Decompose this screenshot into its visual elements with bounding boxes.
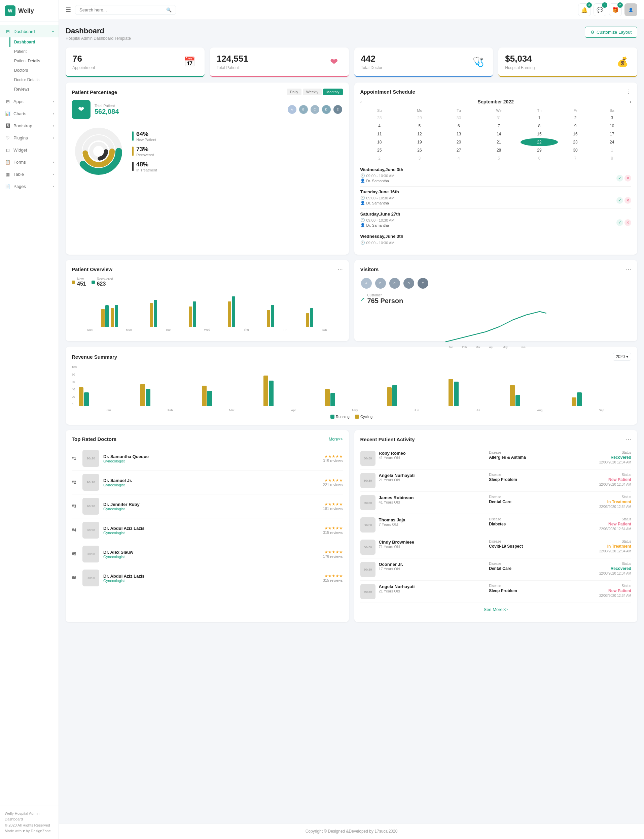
activity-more-icon[interactable]: ⋯ [626,436,631,443]
sidebar-sub-item-patient-details[interactable]: Patient Details [10,56,59,66]
status-val-2: New Patient [599,477,631,482]
appt-reject-3[interactable]: ✕ [624,219,631,226]
tab-monthly[interactable]: Monthly [323,89,343,95]
bar-group-fri [267,293,304,327]
legend-new-pct: 64% [136,131,156,138]
hamburger-menu[interactable]: ☰ [66,6,71,13]
bar-sun-gold [101,309,105,327]
cal-cell[interactable]: 17 [593,130,631,138]
cal-cell-today[interactable]: 22 [521,138,558,146]
sidebar-item-bootstrap[interactable]: 🅱 Bootstrap › [0,120,59,132]
doctors-more-link[interactable]: More>> [329,437,343,442]
year-select[interactable]: 2020 ▾ [613,353,631,361]
cal-cell[interactable]: 30 [440,114,477,122]
cal-cell[interactable]: 11 [360,130,399,138]
cal-cell[interactable]: 27 [440,146,477,154]
chat-button[interactable]: 💬 3 [593,3,606,16]
sidebar-sub-item-doctor-details[interactable]: Doctor Details [10,75,59,84]
cal-prev-button[interactable]: ‹ [360,99,362,104]
cal-cell[interactable]: 7 [558,154,593,162]
ov-dot-recovered [92,280,95,284]
cal-cell[interactable]: 30 [558,146,593,154]
sidebar-item-forms[interactable]: 📋 Forms › [0,156,59,168]
cal-cell[interactable]: 25 [360,146,399,154]
cal-cell[interactable]: 20 [440,138,477,146]
doctor-avatar-1: 90x90 [82,450,99,467]
donut-chart [72,124,125,178]
disease-label-7: Disease [489,584,596,588]
cal-cell[interactable]: 28 [477,146,521,154]
cal-cell[interactable]: 1 [593,146,631,154]
cal-cell[interactable]: 3 [593,114,631,122]
cal-cell[interactable]: 7 [477,122,521,130]
cal-cell[interactable]: 26 [399,146,440,154]
cal-cell[interactable]: 2 [558,114,593,122]
see-more-link[interactable]: See More>> [360,603,632,616]
cal-day-tu: Tu [440,107,477,114]
search-input[interactable] [79,7,164,12]
avatar[interactable]: 👤 [624,3,637,16]
cal-cell[interactable]: 31 [477,114,521,122]
cal-next-button[interactable]: › [629,99,631,104]
sidebar-sub-item-doctors[interactable]: Doctors [10,66,59,75]
appt-minus-1[interactable]: — [621,240,626,245]
cal-cell[interactable]: 29 [521,146,558,154]
appt-more-icon[interactable]: ⋮ [626,89,631,95]
cal-cell[interactable]: 6 [440,122,477,130]
tab-daily[interactable]: Daily [287,89,301,95]
sidebar-item-widget[interactable]: ◻ Widget [0,144,59,156]
appt-reject-2[interactable]: ✕ [624,197,631,204]
cal-cell[interactable]: 4 [360,122,399,130]
cal-cell[interactable]: 28 [360,114,399,122]
appt-minus-2[interactable]: — [627,240,631,245]
sidebar-item-dashboard[interactable]: ⊞ Dashboard ▾ [0,25,59,37]
sidebar-sub-item-dashboard[interactable]: Dashboard [10,37,59,47]
sidebar-footer-title: Welly Hospital Admin Dashboard [5,811,54,823]
sidebar-item-plugins[interactable]: ♡ Plugins › [0,132,59,144]
appt-reject-1[interactable]: ✕ [624,175,631,181]
cal-cell[interactable]: 1 [521,114,558,122]
cal-cell[interactable]: 23 [558,138,593,146]
sidebar-item-pages[interactable]: 📄 Pages › [0,180,59,192]
cal-cell[interactable]: 24 [593,138,631,146]
header: ☰ 🔍 🔔 3 💬 3 🎁 2 👤 [59,0,644,20]
cal-cell[interactable]: 16 [558,130,593,138]
cal-cell[interactable]: 21 [477,138,521,146]
cal-cell[interactable]: 8 [521,122,558,130]
cal-cell[interactable]: 29 [399,114,440,122]
cal-cell[interactable]: 6 [521,154,558,162]
gift-button[interactable]: 🎁 2 [609,3,622,16]
cal-cell[interactable]: 12 [399,130,440,138]
cal-cell[interactable]: 5 [477,154,521,162]
sidebar-item-apps[interactable]: ⊞ Apps › [0,95,59,107]
sidebar-sub-item-patient[interactable]: Patient [10,47,59,56]
cal-cell[interactable]: 10 [593,122,631,130]
cal-cell[interactable]: 9 [558,122,593,130]
appt-accept-3[interactable]: ✓ [616,219,623,226]
cal-cell[interactable]: 14 [477,130,521,138]
patient-overview-more-icon[interactable]: ⋯ [337,266,343,272]
cal-cell[interactable]: 4 [440,154,477,162]
cal-cell[interactable]: 18 [360,138,399,146]
rev-green-jan [84,392,89,406]
doctor-rank-6: #6 [72,575,79,580]
visitors-card: Visitors ⋯ A B C D E ↗ Customer [354,260,637,341]
bell-button[interactable]: 🔔 3 [578,3,591,16]
appt-accept-2[interactable]: ✓ [616,197,623,204]
customize-layout-button[interactable]: ⚙ Customize Layout [585,26,637,38]
sidebar-sub-item-reviews[interactable]: Reviews [10,84,59,94]
sidebar-item-table[interactable]: ▦ Table › [0,168,59,180]
cal-cell[interactable]: 3 [399,154,440,162]
visitors-more-icon[interactable]: ⋯ [626,266,631,272]
legend-treatment-label: In Treatment [136,168,157,172]
sidebar-item-charts[interactable]: 📊 Charts › [0,107,59,120]
disease-value-1: Allergies & Asthma [489,455,596,460]
appt-accept-1[interactable]: ✓ [616,175,623,181]
cal-cell[interactable]: 2 [360,154,399,162]
cal-cell[interactable]: 8 [593,154,631,162]
tab-weekly[interactable]: Weekly [303,89,322,95]
cal-cell[interactable]: 19 [399,138,440,146]
cal-cell[interactable]: 15 [521,130,558,138]
cal-cell[interactable]: 13 [440,130,477,138]
cal-cell[interactable]: 5 [399,122,440,130]
